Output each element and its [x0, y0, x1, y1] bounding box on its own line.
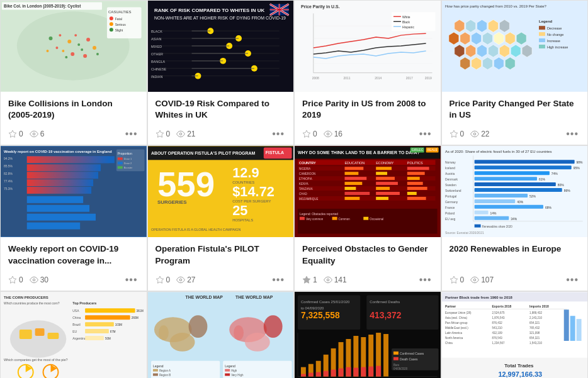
- card-1[interactable]: CASUALTIES Fatal Serious Slight Bike Col…: [0, 0, 147, 145]
- svg-text:WHY DO SOME THINK LAND TO BE A: WHY DO SOME THINK LAND TO BE A BARRIER T…: [298, 151, 420, 155]
- svg-text:Very High: Very High: [231, 373, 244, 376]
- eye-icon: [324, 130, 332, 138]
- svg-text:12.9: 12.9: [232, 165, 259, 181]
- card-6[interactable]: ABOUT OPERATION FISTULA'S PILOT PROGRAM …: [147, 145, 295, 291]
- svg-rect-348: [301, 374, 306, 376]
- svg-text:USA: USA: [72, 309, 79, 313]
- star-icon: [155, 130, 164, 138]
- svg-rect-244: [474, 177, 536, 181]
- svg-text:Legend: Legend: [539, 19, 553, 23]
- card-9[interactable]: THE CORN PRODUCERS Which countries produ…: [0, 291, 147, 378]
- svg-rect-140: [27, 180, 93, 187]
- card-11[interactable]: Confirmed Cases 25/01/2020 to 04/09/2020…: [294, 291, 441, 378]
- more-button-6[interactable]: •••: [271, 274, 286, 286]
- svg-rect-241: [474, 172, 549, 175]
- card-stats-1: 0 6: [8, 130, 44, 138]
- svg-text:321,098: 321,098: [529, 331, 540, 335]
- svg-text:France: France: [444, 206, 455, 209]
- svg-text:Region A: Region A: [159, 369, 170, 372]
- svg-rect-193: [344, 177, 366, 181]
- svg-text:Region B: Region B: [159, 373, 170, 376]
- svg-point-13: [74, 34, 77, 36]
- more-button-8[interactable]: •••: [565, 274, 580, 286]
- svg-text:1,543,210: 1,543,210: [529, 342, 542, 345]
- svg-marker-27: [9, 131, 16, 138]
- more-button-5[interactable]: •••: [124, 274, 139, 286]
- svg-text:7,325,558: 7,325,558: [301, 310, 340, 320]
- svg-point-309: [245, 333, 270, 352]
- svg-text:260M: 260M: [132, 316, 139, 320]
- svg-rect-145: [27, 214, 96, 221]
- card-3[interactable]: Price Parity in U.S. 2008 2011 2014: [294, 0, 441, 145]
- svg-text:1,234,567: 1,234,567: [492, 342, 504, 345]
- card-title-8: 2020 Renewables in Europe: [449, 243, 580, 266]
- svg-text:77.4%: 77.4%: [4, 181, 13, 184]
- star-icon: [8, 275, 17, 284]
- thumbnail-10: THE WORLD MAP THE WORLD MAP Legend Regio…: [148, 292, 294, 378]
- card-footer-2: 0 21 •••: [155, 126, 286, 141]
- card-title-1: Bike Collisions in London (2005-2019): [8, 98, 139, 121]
- svg-text:Booster: Booster: [124, 167, 133, 170]
- svg-text:EU: EU: [72, 330, 77, 333]
- svg-rect-122: [539, 32, 545, 36]
- svg-rect-267: [474, 225, 480, 228]
- svg-text:2,143,210: 2,143,210: [529, 316, 542, 320]
- svg-text:413,372: 413,372: [370, 310, 401, 320]
- svg-text:40%: 40%: [517, 201, 524, 204]
- eye-icon: [470, 130, 479, 138]
- more-button-1[interactable]: •••: [124, 128, 139, 140]
- star-icon: [302, 130, 311, 138]
- svg-text:Sweden: Sweden: [444, 184, 456, 187]
- svg-text:NON-WHITES ARE AT HIGHER RISK : NON-WHITES ARE AT HIGHER RISK OF DYING F…: [154, 16, 285, 20]
- star-count-1: 0: [19, 130, 23, 138]
- svg-rect-250: [474, 188, 562, 192]
- svg-point-10: [55, 47, 58, 49]
- svg-text:82.8%: 82.8%: [4, 173, 13, 176]
- card-12[interactable]: Partner Block trade from 1960 to 2018 Pa…: [441, 291, 589, 378]
- card-8[interactable]: As of 2020: Share of electric fossil fue…: [441, 145, 589, 291]
- svg-rect-253: [474, 194, 527, 197]
- card-7[interactable]: WHY DO SOME THINK LAND TO BE A BARRIER T…: [294, 145, 441, 291]
- svg-text:95%: 95%: [573, 167, 580, 170]
- svg-rect-194: [376, 177, 395, 181]
- svg-text:Partner: Partner: [444, 305, 455, 308]
- svg-rect-214: [376, 197, 388, 200]
- thumbnail-6: ABOUT OPERATION FISTULA'S PILOT PROGRAM …: [148, 146, 294, 237]
- card-5[interactable]: Weekly report on COVID-19 vaccination co…: [0, 145, 147, 291]
- svg-text:Legend: Legend: [152, 365, 163, 368]
- more-button-2[interactable]: •••: [271, 128, 286, 140]
- view-stat-1: 6: [30, 130, 45, 138]
- svg-rect-316: [152, 374, 157, 376]
- eye-icon: [324, 275, 332, 284]
- svg-text:68%: 68%: [545, 206, 551, 209]
- more-button-4[interactable]: •••: [565, 128, 580, 140]
- svg-rect-209: [376, 192, 400, 195]
- card-footer-6: 0 27 •••: [155, 272, 286, 287]
- svg-rect-213: [344, 197, 359, 200]
- svg-text:Confirmed Cases 25/01/2020: Confirmed Cases 25/01/2020: [301, 300, 350, 304]
- svg-text:Which companies get the most o: Which companies get the most of the pie?: [4, 358, 68, 362]
- card-body-8: 2020 Renewables in Europe 0 107 •••: [442, 237, 588, 290]
- svg-point-3: [59, 34, 61, 36]
- svg-text:98%: 98%: [576, 162, 583, 165]
- card-title-4: Price Parity Changed Per State in US: [449, 98, 580, 121]
- more-button-3[interactable]: •••: [418, 128, 433, 140]
- card-10[interactable]: THE WORLD MAP THE WORLD MAP Legend Regio…: [147, 291, 295, 378]
- svg-rect-290: [85, 329, 109, 333]
- thumbnail-12: Partner Block trade from 1960 to 2018 Pa…: [442, 292, 588, 378]
- svg-text:86%: 86%: [563, 189, 570, 192]
- card-4[interactable]: How has price parity changed from 2010 v…: [441, 0, 589, 145]
- svg-rect-124: [539, 38, 545, 42]
- card-2[interactable]: RANK OF RISK COMPARED TO WHITES IN UK NO…: [147, 0, 295, 145]
- card-body-2: COVID-19 Risk Compared to Whites in UK 0…: [148, 92, 294, 145]
- svg-text:80%: 80%: [557, 184, 564, 187]
- svg-rect-358: [376, 366, 381, 377]
- svg-rect-265: [474, 216, 509, 220]
- svg-rect-142: [27, 187, 91, 194]
- svg-point-6: [86, 38, 90, 42]
- svg-rect-138: [27, 172, 98, 179]
- svg-text:34%: 34%: [511, 218, 517, 221]
- more-button-7[interactable]: •••: [418, 274, 433, 286]
- svg-point-19: [110, 16, 113, 20]
- svg-text:1,876,543: 1,876,543: [492, 316, 504, 320]
